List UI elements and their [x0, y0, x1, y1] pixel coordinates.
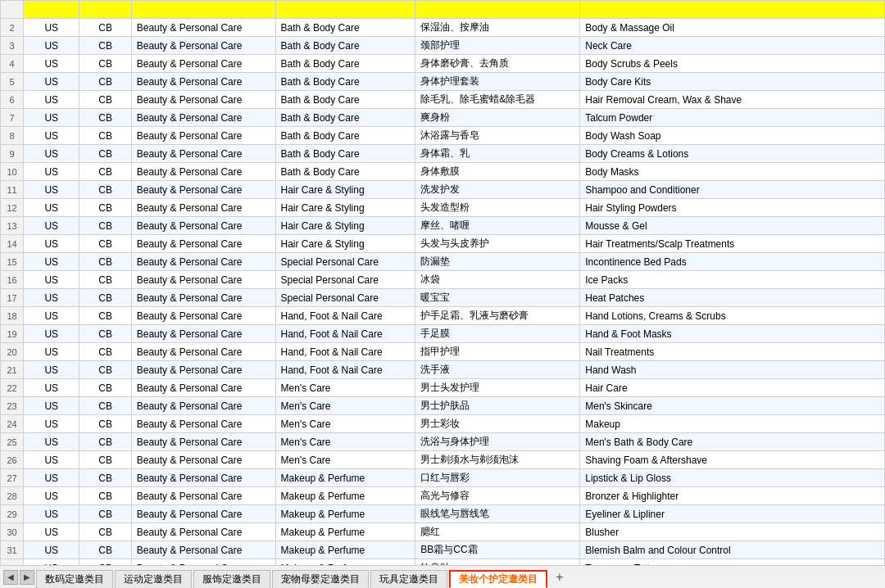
cell-level1[interactable]: Beauty & Personal Care: [131, 469, 275, 487]
cell-level2[interactable]: Hair Care & Styling: [275, 235, 415, 253]
cell-level3-cn[interactable]: 颈部护理: [415, 37, 580, 55]
cell-country[interactable]: US: [24, 73, 79, 91]
cell-seller-type[interactable]: CB: [79, 109, 131, 127]
cell-country[interactable]: US: [24, 415, 79, 433]
cell-country[interactable]: US: [24, 145, 79, 163]
cell-level2[interactable]: Men's Care: [275, 433, 415, 451]
cell-level3-en[interactable]: Body & Massage Oil: [580, 19, 885, 37]
cell-country[interactable]: US: [24, 397, 79, 415]
cell-level3-cn[interactable]: 口红与唇彩: [415, 469, 580, 487]
cell-level3-cn[interactable]: 头发与头皮养护: [415, 235, 580, 253]
cell-seller-type[interactable]: CB: [79, 163, 131, 181]
cell-country[interactable]: US: [24, 325, 79, 343]
cell-level3-en[interactable]: Blemish Balm and Colour Control: [580, 541, 885, 559]
cell-country[interactable]: US: [24, 109, 79, 127]
cell-level1[interactable]: Beauty & Personal Care: [131, 433, 275, 451]
cell-level3-cn[interactable]: 护手足霜、乳液与磨砂膏: [415, 307, 580, 325]
cell-country[interactable]: US: [24, 37, 79, 55]
cell-level1[interactable]: Beauty & Personal Care: [131, 325, 275, 343]
tab-nav-next[interactable]: ▶: [20, 570, 34, 585]
cell-level3-cn[interactable]: 手足膜: [415, 325, 580, 343]
cell-level3-en[interactable]: Incontinence Bed Pads: [580, 253, 885, 271]
cell-level3-en[interactable]: Body Creams & Lotions: [580, 145, 885, 163]
cell-level3-cn[interactable]: 爽身粉: [415, 109, 580, 127]
cell-country[interactable]: US: [24, 433, 79, 451]
cell-level1[interactable]: Beauty & Personal Care: [131, 199, 275, 217]
cell-level3-cn[interactable]: 指甲护理: [415, 343, 580, 361]
cell-level1[interactable]: Beauty & Personal Care: [131, 235, 275, 253]
cell-level2[interactable]: Bath & Body Care: [275, 19, 415, 37]
cell-country[interactable]: US: [24, 289, 79, 307]
cell-level1[interactable]: Beauty & Personal Care: [131, 379, 275, 397]
cell-level3-cn[interactable]: 男士剃须水与剃须泡沫: [415, 451, 580, 469]
cell-level1[interactable]: Beauty & Personal Care: [131, 127, 275, 145]
cell-level2[interactable]: Bath & Body Care: [275, 145, 415, 163]
cell-seller-type[interactable]: CB: [79, 451, 131, 469]
cell-level2[interactable]: Men's Care: [275, 397, 415, 415]
cell-level2[interactable]: Hand, Foot & Nail Care: [275, 307, 415, 325]
cell-level3-cn[interactable]: 除毛乳、除毛蜜蜡&除毛器: [415, 91, 580, 109]
cell-level3-en[interactable]: Bronzer & Highlighter: [580, 487, 885, 505]
cell-seller-type[interactable]: CB: [79, 487, 131, 505]
cell-seller-type[interactable]: CB: [79, 181, 131, 199]
cell-level3-en[interactable]: Mousse & Gel: [580, 217, 885, 235]
cell-level2[interactable]: Bath & Body Care: [275, 37, 415, 55]
tab-0[interactable]: 数码定邀类目: [36, 570, 113, 588]
cell-level1[interactable]: Beauty & Personal Care: [131, 91, 275, 109]
cell-seller-type[interactable]: CB: [79, 253, 131, 271]
cell-level1[interactable]: Beauty & Personal Care: [131, 73, 275, 91]
cell-level3-en[interactable]: Hair Removal Cream, Wax & Shave: [580, 91, 885, 109]
cell-level2[interactable]: Special Personal Care: [275, 253, 415, 271]
cell-country[interactable]: US: [24, 343, 79, 361]
cell-level1[interactable]: Beauty & Personal Care: [131, 487, 275, 505]
cell-seller-type[interactable]: CB: [79, 325, 131, 343]
cell-level3-cn[interactable]: 身体霜、乳: [415, 145, 580, 163]
cell-level3-cn[interactable]: 高光与修容: [415, 487, 580, 505]
cell-country[interactable]: US: [24, 541, 79, 559]
cell-seller-type[interactable]: CB: [79, 127, 131, 145]
cell-level3-en[interactable]: Hair Care: [580, 379, 885, 397]
cell-level3-cn[interactable]: 洗浴与身体护理: [415, 433, 580, 451]
cell-country[interactable]: US: [24, 307, 79, 325]
cell-level3-cn[interactable]: 眼线笔与唇线笔: [415, 505, 580, 523]
cell-level1[interactable]: Beauty & Personal Care: [131, 415, 275, 433]
cell-level2[interactable]: Special Personal Care: [275, 271, 415, 289]
cell-level2[interactable]: Men's Care: [275, 451, 415, 469]
cell-level3-cn[interactable]: 洗手液: [415, 361, 580, 379]
cell-country[interactable]: US: [24, 55, 79, 73]
cell-country[interactable]: US: [24, 19, 79, 37]
cell-level3-en[interactable]: Men's Bath & Body Care: [580, 433, 885, 451]
cell-level1[interactable]: Beauty & Personal Care: [131, 343, 275, 361]
cell-level2[interactable]: Hair Care & Styling: [275, 181, 415, 199]
cell-seller-type[interactable]: CB: [79, 271, 131, 289]
cell-level3-cn[interactable]: 暖宝宝: [415, 289, 580, 307]
cell-level2[interactable]: Bath & Body Care: [275, 73, 415, 91]
cell-level2[interactable]: Bath & Body Care: [275, 109, 415, 127]
cell-level3-cn[interactable]: 男士彩妆: [415, 415, 580, 433]
cell-level1[interactable]: Beauty & Personal Care: [131, 19, 275, 37]
cell-country[interactable]: US: [24, 235, 79, 253]
cell-level3-en[interactable]: Shampoo and Conditioner: [580, 181, 885, 199]
cell-level1[interactable]: Beauty & Personal Care: [131, 505, 275, 523]
cell-level3-en[interactable]: Heat Patches: [580, 289, 885, 307]
cell-level3-cn[interactable]: 男士护肤品: [415, 397, 580, 415]
cell-level3-en[interactable]: Body Wash Soap: [580, 127, 885, 145]
cell-level2[interactable]: Men's Care: [275, 415, 415, 433]
cell-level1[interactable]: Beauty & Personal Care: [131, 181, 275, 199]
cell-level3-en[interactable]: Hand Lotions, Creams & Scrubs: [580, 307, 885, 325]
cell-level3-en[interactable]: Hair Styling Powders: [580, 199, 885, 217]
cell-seller-type[interactable]: CB: [79, 37, 131, 55]
cell-country[interactable]: US: [24, 505, 79, 523]
cell-level3-cn[interactable]: 腮红: [415, 523, 580, 541]
cell-level1[interactable]: Beauty & Personal Care: [131, 451, 275, 469]
cell-seller-type[interactable]: CB: [79, 559, 131, 566]
cell-level3-en[interactable]: Body Masks: [580, 163, 885, 181]
cell-level1[interactable]: Beauty & Personal Care: [131, 559, 275, 566]
cell-level3-cn[interactable]: 头发造型粉: [415, 199, 580, 217]
cell-country[interactable]: US: [24, 271, 79, 289]
cell-level3-cn[interactable]: 洗发护发: [415, 181, 580, 199]
cell-level1[interactable]: Beauty & Personal Care: [131, 253, 275, 271]
cell-level2[interactable]: Hair Care & Styling: [275, 199, 415, 217]
cell-seller-type[interactable]: CB: [79, 343, 131, 361]
cell-seller-type[interactable]: CB: [79, 55, 131, 73]
